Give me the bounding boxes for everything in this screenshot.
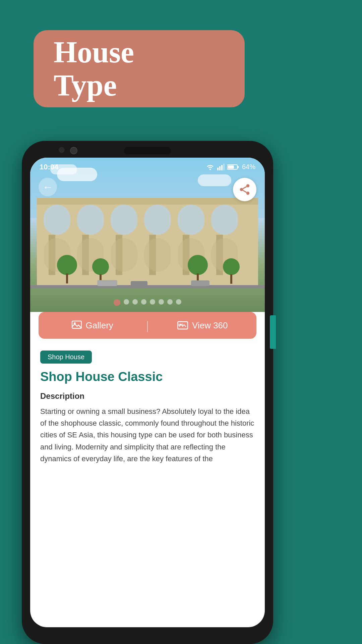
gallery-label: Gallery xyxy=(86,320,113,331)
dot-8[interactable] xyxy=(176,299,181,305)
status-time: 10:04 xyxy=(40,163,58,171)
property-title: Shop House Classic xyxy=(40,370,255,384)
header-title-line1: House xyxy=(54,36,134,69)
svg-rect-17 xyxy=(144,238,171,272)
svg-point-41 xyxy=(246,184,250,187)
building-svg xyxy=(30,188,265,295)
scroll-side-tab xyxy=(270,315,276,349)
camera-dot-right xyxy=(70,147,77,154)
svg-rect-4 xyxy=(111,205,137,235)
svg-point-42 xyxy=(240,188,243,191)
svg-line-44 xyxy=(243,190,247,192)
svg-point-33 xyxy=(209,169,211,170)
svg-rect-32 xyxy=(191,280,209,286)
gallery-icon xyxy=(72,321,82,330)
wifi-icon xyxy=(206,164,215,170)
dot-5[interactable] xyxy=(150,299,155,305)
view360-icon: 360 xyxy=(177,321,188,330)
view360-button[interactable]: 360 View 360 xyxy=(149,320,256,331)
dot-7[interactable] xyxy=(167,299,173,305)
svg-rect-34 xyxy=(217,168,219,170)
hero-image: 10:04 xyxy=(30,158,265,312)
svg-text:360: 360 xyxy=(178,323,183,326)
description-text: Starting or owning a small business? Abs… xyxy=(40,406,255,465)
svg-rect-29 xyxy=(230,274,232,284)
svg-rect-39 xyxy=(237,166,239,168)
dot-4[interactable] xyxy=(141,299,146,305)
dot-3[interactable] xyxy=(132,299,138,305)
phone-shell: 10:04 xyxy=(22,141,273,644)
svg-rect-36 xyxy=(221,165,223,170)
svg-rect-31 xyxy=(131,281,147,286)
back-button[interactable]: ← xyxy=(39,178,57,196)
action-bar: Gallery | 360 View 360 xyxy=(39,312,256,339)
svg-rect-7 xyxy=(211,205,238,235)
back-icon: ← xyxy=(43,181,53,193)
svg-rect-30 xyxy=(97,280,117,286)
action-divider: | xyxy=(146,318,148,332)
view360-label: View 360 xyxy=(192,320,228,331)
phone-screen: 10:04 xyxy=(30,158,265,627)
svg-rect-35 xyxy=(219,166,221,170)
content-area: Shop House Shop House Classic Descriptio… xyxy=(39,347,256,627)
header-banner: House Type xyxy=(34,30,245,107)
camera-dot-left xyxy=(59,147,65,153)
svg-rect-16 xyxy=(111,238,137,272)
svg-line-45 xyxy=(243,186,247,189)
svg-point-28 xyxy=(223,258,240,275)
svg-rect-21 xyxy=(30,285,265,288)
header-title-line2: Type xyxy=(54,69,117,102)
svg-rect-23 xyxy=(66,273,68,283)
svg-rect-6 xyxy=(178,205,204,235)
speaker-bar xyxy=(124,147,171,154)
svg-point-26 xyxy=(188,255,208,275)
status-bar: 10:04 xyxy=(30,158,265,176)
dot-1[interactable] xyxy=(114,299,120,306)
svg-rect-40 xyxy=(228,165,234,169)
gallery-button[interactable]: Gallery xyxy=(39,320,146,331)
property-tag[interactable]: Shop House xyxy=(40,351,92,364)
carousel-dots xyxy=(30,299,265,306)
svg-point-22 xyxy=(57,255,77,275)
description-label: Description xyxy=(40,391,255,401)
phone-mockup: 10:04 xyxy=(22,141,273,637)
share-button[interactable] xyxy=(233,178,256,201)
dot-6[interactable] xyxy=(159,299,164,305)
share-icon xyxy=(238,183,251,196)
svg-rect-3 xyxy=(77,205,104,235)
svg-rect-46 xyxy=(72,321,81,328)
signal-icon xyxy=(217,164,225,170)
dot-2[interactable] xyxy=(124,299,129,305)
battery-icon xyxy=(227,164,239,170)
svg-point-43 xyxy=(246,192,250,195)
svg-rect-37 xyxy=(223,164,225,170)
svg-rect-5 xyxy=(144,205,171,235)
cloud3 xyxy=(198,174,231,186)
svg-rect-2 xyxy=(44,205,70,235)
status-icons: 64% xyxy=(206,163,255,171)
svg-point-24 xyxy=(92,258,109,275)
header-title: House Type xyxy=(54,36,134,102)
svg-rect-1 xyxy=(37,198,258,205)
battery-text: 64% xyxy=(242,163,255,171)
